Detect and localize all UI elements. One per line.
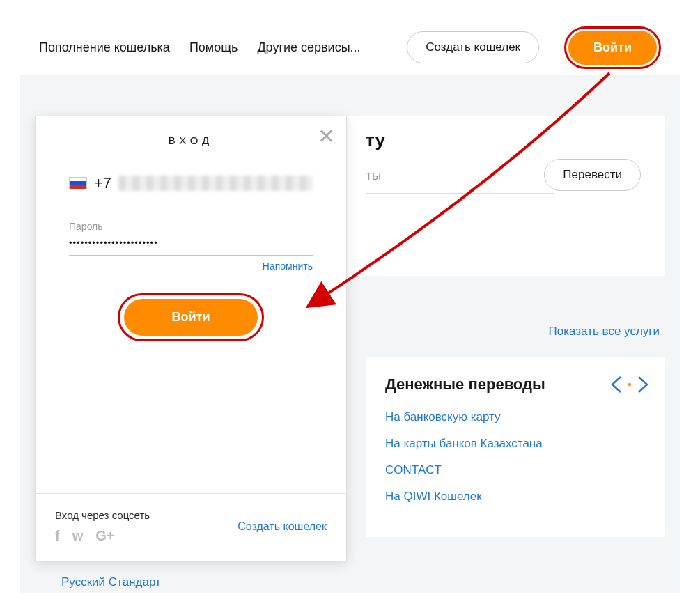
- login-form: +7 Пароль ••••••••••••••••••••••• Напомн…: [36, 146, 346, 341]
- hero-title-fragment: ту: [366, 130, 385, 151]
- login-modal: ✕ ВХОД +7 Пароль •••••••••••••••••••••••…: [35, 116, 347, 561]
- facebook-icon[interactable]: f: [55, 528, 60, 544]
- modal-title: ВХОД: [36, 134, 346, 146]
- submit-button-highlight: Войти: [118, 293, 264, 341]
- transfer-link-card[interactable]: На банковскую карту: [385, 410, 646, 424]
- login-button[interactable]: Войти: [568, 31, 657, 65]
- top-header: Пополнение кошелька Помощь Другие сервис…: [20, 20, 680, 75]
- close-icon[interactable]: ✕: [318, 126, 335, 147]
- google-plus-icon[interactable]: G+: [95, 528, 114, 544]
- password-label: Пароль: [69, 221, 313, 232]
- nav-other-services[interactable]: Другие сервисы...: [257, 40, 360, 55]
- social-login-title: Вход через соцсеть: [55, 509, 150, 521]
- transfer-link-kazakhstan[interactable]: На карты банков Казахстана: [385, 437, 646, 451]
- russian-standard-link[interactable]: Русский Стандарт: [61, 575, 161, 589]
- login-button-highlight: Войти: [564, 26, 661, 69]
- svg-point-0: [628, 383, 631, 386]
- create-wallet-button[interactable]: Создать кошелек: [407, 31, 539, 63]
- transfer-link-qiwi[interactable]: На QIWI Кошелек: [385, 490, 646, 504]
- nav-help[interactable]: Помощь: [189, 40, 238, 55]
- login-submit-button[interactable]: Войти: [124, 299, 258, 336]
- phone-prefix: +7: [94, 174, 111, 192]
- show-all-services-link[interactable]: Показать все услуги: [549, 325, 660, 339]
- transfer-arrows-icon: [611, 374, 648, 395]
- phone-number-blurred: [118, 176, 313, 191]
- modal-footer: Вход через соцсеть f w G+ Создать кошеле…: [36, 493, 346, 561]
- transfer-link-contact[interactable]: CONTACT: [385, 463, 646, 477]
- password-field[interactable]: •••••••••••••••••••••••: [69, 232, 313, 256]
- money-transfers-card: Денежные переводы На банковскую карту На…: [366, 357, 665, 537]
- remind-password-link[interactable]: Напомнить: [263, 261, 313, 272]
- money-transfers-title: Денежные переводы: [385, 375, 646, 394]
- hero-input-fragment[interactable]: ты: [366, 168, 554, 194]
- transfer-button[interactable]: Перевести: [544, 159, 641, 191]
- nav-wallet-topup[interactable]: Пополнение кошелька: [39, 40, 170, 55]
- social-login-block: Вход через соцсеть f w G+: [55, 509, 150, 544]
- page-content: ту ты Перевести Показать все услуги Дене…: [20, 75, 680, 593]
- create-wallet-link[interactable]: Создать кошелек: [238, 520, 327, 533]
- vk-icon[interactable]: w: [72, 528, 84, 544]
- flag-ru-icon: [69, 177, 87, 189]
- phone-field[interactable]: +7: [69, 174, 313, 201]
